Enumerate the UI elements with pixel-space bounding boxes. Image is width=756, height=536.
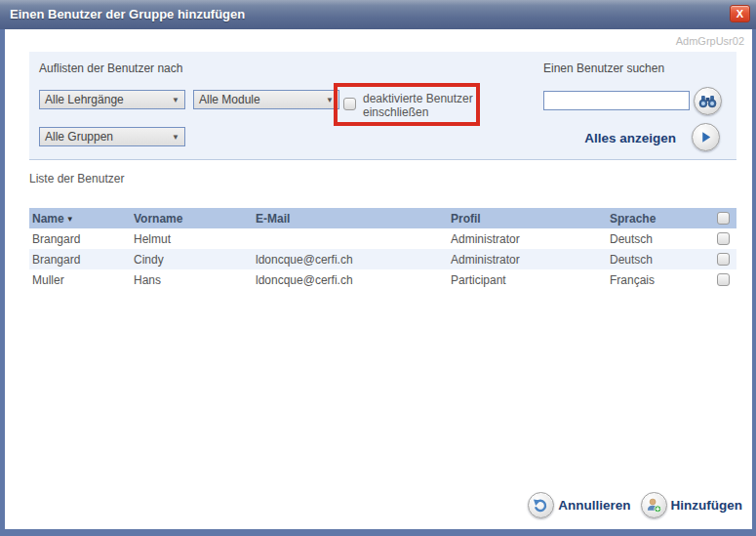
row-checkbox[interactable] <box>717 253 730 266</box>
cell-select <box>709 232 736 245</box>
dropdown-lehrgaenge-value: Alle Lehrgänge <box>45 93 124 106</box>
column-header-profil[interactable]: Profil <box>448 212 607 226</box>
chevron-down-icon: ▼ <box>326 96 334 104</box>
search-input[interactable] <box>543 91 690 110</box>
cell-email: ldoncque@cerfi.ch <box>253 273 448 287</box>
include-deactivated-checkbox[interactable] <box>343 98 356 110</box>
chevron-down-icon: ▼ <box>172 96 179 104</box>
dropdown-module[interactable]: Alle Module ▼ <box>193 90 339 109</box>
filter-panel: Auflisten der Benutzer nach Alle Lehrgän… <box>29 52 736 160</box>
add-button-label: Hinzufügen <box>671 498 743 513</box>
column-header-profil-label: Profil <box>451 212 481 226</box>
undo-arrow-icon <box>533 497 549 514</box>
column-header-sprache[interactable]: Sprache <box>607 212 709 226</box>
table-row: Brangard Helmut Administrator Deutsch <box>29 228 736 249</box>
cancel-button-label: Annullieren <box>558 498 630 513</box>
dropdown-module-value: Alle Module <box>199 93 260 106</box>
cell-vorname: Cindy <box>131 253 253 267</box>
dropdown-lehrgaenge[interactable]: Alle Lehrgänge ▼ <box>39 90 185 109</box>
column-header-vorname-label: Vorname <box>134 212 182 226</box>
cancel-button[interactable]: Annullieren <box>528 492 630 518</box>
cancel-button-circle <box>528 492 554 518</box>
user-plus-icon <box>646 497 662 514</box>
chevron-down-icon: ▼ <box>172 133 179 142</box>
column-header-name[interactable]: Name ▼ <box>29 212 131 226</box>
add-user-dialog: Einen Benutzer der Gruppe hinzufügen X A… <box>0 0 756 536</box>
cell-sprache: Français <box>607 273 709 287</box>
cell-sprache: Deutsch <box>607 232 709 246</box>
dialog-title: Einen Benutzer der Gruppe hinzufügen <box>10 0 245 29</box>
table-row: Muller Hans ldoncque@cerfi.ch Participan… <box>29 269 736 290</box>
dialog-footer: Annullieren Hinzufügen <box>528 492 742 518</box>
filter-section-label: Auflisten der Benutzer nach <box>39 62 182 75</box>
column-header-select <box>709 212 736 225</box>
cell-profil: Participant <box>448 273 607 287</box>
cell-select <box>709 273 736 286</box>
table-row: Brangard Cindy ldoncque@cerfi.ch Adminis… <box>29 249 736 269</box>
cell-vorname: Helmut <box>131 232 253 246</box>
close-button[interactable]: X <box>730 5 750 22</box>
dialog-body: AdmGrpUsr02 Auflisten der Benutzer nach … <box>0 29 756 536</box>
cell-profil: Administrator <box>448 253 607 267</box>
column-header-vorname[interactable]: Vorname <box>131 212 253 226</box>
show-all-button[interactable] <box>692 123 720 151</box>
play-icon <box>698 130 713 144</box>
users-table: Name ▼ Vorname E-Mail Profil Sprache <box>29 208 736 290</box>
row-checkbox[interactable] <box>717 232 730 245</box>
column-header-name-label: Name <box>32 212 64 226</box>
close-icon: X <box>736 9 743 20</box>
dropdown-gruppen-value: Alle Gruppen <box>45 130 113 144</box>
search-button[interactable] <box>694 87 722 115</box>
table-header: Name ▼ Vorname E-Mail Profil Sprache <box>29 208 736 228</box>
show-all-label[interactable]: Alles anzeigen <box>584 131 676 145</box>
list-section-label: Liste der Benutzer <box>29 172 124 186</box>
cell-sprache: Deutsch <box>607 253 709 267</box>
cell-profil: Administrator <box>448 232 607 246</box>
cell-email: ldoncque@cerfi.ch <box>253 253 448 267</box>
cell-vorname: Hans <box>131 273 253 287</box>
column-header-email[interactable]: E-Mail <box>253 212 448 226</box>
search-section-label: Einen Benutzer suchen <box>543 62 664 75</box>
binoculars-icon <box>698 95 717 108</box>
add-button-circle <box>641 492 667 518</box>
reference-code: AdmGrpUsr02 <box>676 35 744 47</box>
cell-name: Muller <box>29 273 131 287</box>
dialog-titlebar: Einen Benutzer der Gruppe hinzufügen X <box>0 0 756 29</box>
cell-select <box>709 253 736 266</box>
sort-desc-icon: ▼ <box>66 215 74 224</box>
cell-name: Brangard <box>29 232 131 246</box>
dropdown-gruppen[interactable]: Alle Gruppen ▼ <box>39 127 185 146</box>
select-all-checkbox[interactable] <box>717 212 730 225</box>
add-button[interactable]: Hinzufügen <box>641 492 743 518</box>
cell-name: Brangard <box>29 253 131 267</box>
column-header-sprache-label: Sprache <box>610 212 656 226</box>
column-header-email-label: E-Mail <box>256 212 290 226</box>
include-deactivated-label: deaktivierte Benutzer einschließen <box>363 92 478 119</box>
row-checkbox[interactable] <box>717 273 730 286</box>
